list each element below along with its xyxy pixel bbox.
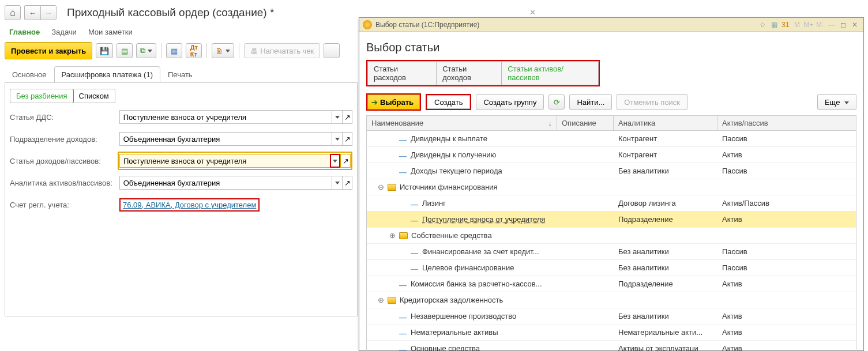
row-analytics: Без аналитики: [614, 247, 717, 256]
nav-tab-notes[interactable]: Мои заметки: [88, 28, 133, 36]
dds-dropdown[interactable]: [332, 110, 342, 124]
calc-icon[interactable]: ▦: [769, 20, 779, 30]
table-row[interactable]: Дивиденды к получениюКонтрагентАктив: [367, 147, 856, 163]
save-icon: 💾: [100, 47, 109, 55]
back-button[interactable]: [24, 5, 40, 20]
extra-button[interactable]: [324, 43, 340, 58]
row-ap: Пассив: [717, 134, 856, 143]
expander-icon[interactable]: ⊕: [389, 231, 396, 240]
row-analytics: Подразделение: [614, 280, 717, 288]
cat-income[interactable]: Статьи доходов: [437, 61, 502, 85]
m-minus-icon[interactable]: M-: [815, 20, 825, 30]
create-group-button[interactable]: Создать группу: [476, 94, 544, 110]
copy-button[interactable]: ⧉: [136, 43, 156, 58]
select-button[interactable]: ➔Выбрать: [366, 93, 421, 111]
close-icon[interactable]: ✕: [850, 20, 860, 30]
row-name: Комиссия банка за расчетно-кассов...: [411, 280, 542, 288]
row-name: Дивиденды к выплате: [411, 134, 487, 143]
col-desc[interactable]: Описание: [557, 116, 614, 130]
entries-button[interactable]: ДтКт: [186, 43, 202, 58]
tab-main[interactable]: Основное: [5, 66, 54, 82]
income-dropdown[interactable]: [330, 154, 340, 168]
table-row[interactable]: Финансирование за счет кредит...Без анал…: [367, 244, 856, 260]
minimize-icon[interactable]: —: [826, 20, 837, 30]
division-label: Подразделение доходов:: [10, 135, 119, 144]
row-name: Источники финансирования: [400, 183, 498, 191]
analytics-open[interactable]: ↗: [342, 176, 352, 190]
find-button[interactable]: Найти...: [569, 94, 612, 110]
seg-list[interactable]: Списком: [73, 89, 115, 103]
analytics-value[interactable]: Объединенная бухгалтерия: [119, 176, 332, 190]
print-check-button: 🖶Напечатать чек: [244, 43, 320, 58]
home-button[interactable]: [5, 5, 21, 20]
item-icon: [399, 329, 407, 335]
division-open[interactable]: ↗: [342, 132, 352, 146]
calendar-icon[interactable]: 31: [780, 20, 791, 30]
reports-button[interactable]: ▦: [166, 43, 182, 58]
col-analytics[interactable]: Аналитика: [614, 116, 717, 130]
division-value[interactable]: Объединенная бухгалтерия: [119, 132, 332, 146]
income-value[interactable]: Поступление взноса от учредителя: [119, 154, 330, 168]
col-name[interactable]: Наименование↓: [367, 116, 557, 130]
item-icon: [411, 200, 419, 206]
arrow-right-icon: [45, 9, 52, 17]
cat-assets[interactable]: Статьи активов/пассивов: [502, 61, 599, 85]
table-row[interactable]: Целевое финансированиеБез аналитикиПасси…: [367, 260, 856, 276]
home-icon: [10, 7, 16, 18]
row-analytics: Без аналитики: [614, 312, 717, 320]
row-ap: Пассив: [717, 167, 856, 175]
table-row[interactable]: Доходы текущего периодаБез аналитикиПасс…: [367, 163, 856, 179]
report-icon: ▦: [171, 47, 178, 55]
table-row[interactable]: Дивиденды к выплатеКонтрагентПассив: [367, 131, 856, 147]
copy-icon: ⧉: [140, 46, 145, 55]
forward-button[interactable]: [40, 5, 57, 20]
table-row[interactable]: Поступление взноса от учредителяПодразде…: [367, 212, 856, 228]
save-button[interactable]: 💾: [96, 43, 113, 58]
dialog-frame-title: Выбор статьи (1С:Предприятие): [375, 21, 757, 29]
seg-no-split[interactable]: Без разбиения: [10, 89, 74, 103]
tab-decoding[interactable]: Расшифровка платежа (1): [54, 66, 160, 82]
table-row[interactable]: Комиссия банка за расчетно-кассов...Подр…: [367, 276, 856, 292]
arrow-right-icon: ➔: [371, 98, 378, 107]
table-row[interactable]: ⊕Кредиторская задолженность: [367, 292, 856, 308]
nav-tab-tasks[interactable]: Задачи: [51, 28, 77, 36]
table-row[interactable]: ⊕Собственные средства: [367, 228, 856, 244]
analytics-dropdown[interactable]: [332, 176, 342, 190]
row-name: Целевое финансирование: [422, 263, 514, 272]
cat-expenses[interactable]: Статьи расходов: [367, 61, 437, 85]
expander-icon[interactable]: ⊖: [377, 183, 384, 191]
post-and-close-button[interactable]: Провести и закрыть: [5, 42, 92, 59]
table-row[interactable]: Основные средстваАктивы от эксплуатациАк…: [367, 341, 856, 351]
favorite-icon[interactable]: ☆: [757, 20, 768, 30]
tab-print[interactable]: Печать: [160, 66, 200, 82]
maximize-icon[interactable]: ◻: [838, 20, 848, 30]
dds-value[interactable]: Поступление взноса от учредителя: [119, 110, 332, 124]
m-plus-icon[interactable]: M+: [803, 20, 814, 30]
account-link[interactable]: 76.09, АВИКА, Договор с учредителем: [119, 198, 260, 212]
refresh-button[interactable]: ⟳: [548, 95, 565, 110]
table-row[interactable]: Нематериальные активыНематериальные акти…: [367, 324, 856, 341]
col-ap[interactable]: Актив/пассив: [717, 116, 856, 130]
row-ap: Пассив: [717, 247, 856, 256]
dialog-titlebar[interactable]: Выбор статьи (1С:Предприятие) ☆ ▦ 31 M M…: [359, 18, 863, 32]
division-dropdown[interactable]: [332, 132, 342, 146]
more-button[interactable]: Еще: [817, 94, 856, 110]
split-mode-segment[interactable]: Без разбиения Списком: [10, 89, 115, 103]
item-icon: [411, 265, 419, 271]
expander-icon[interactable]: ⊕: [377, 296, 384, 304]
row-analytics: Договор лизинга: [614, 199, 717, 207]
dialog-back-close-icon[interactable]: ✕: [529, 8, 538, 16]
item-icon: [399, 168, 407, 174]
dds-open[interactable]: ↗: [342, 110, 352, 124]
create-button[interactable]: Создать: [426, 94, 471, 110]
basis-button[interactable]: 🗎: [212, 43, 234, 58]
income-open[interactable]: ↗: [340, 154, 351, 168]
folder-icon: [399, 232, 408, 239]
table-row[interactable]: Незавершенное производствоБез аналитикиА…: [367, 308, 856, 324]
table-row[interactable]: ⊖Источники финансирования: [367, 179, 856, 195]
table-row[interactable]: ЛизингДоговор лизингаАктив/Пассив: [367, 195, 856, 212]
row-name: Финансирование за счет кредит...: [422, 247, 539, 256]
nav-tab-main[interactable]: Главное: [9, 28, 40, 36]
m-icon[interactable]: M: [792, 20, 802, 30]
post-button[interactable]: ▤: [117, 43, 133, 58]
